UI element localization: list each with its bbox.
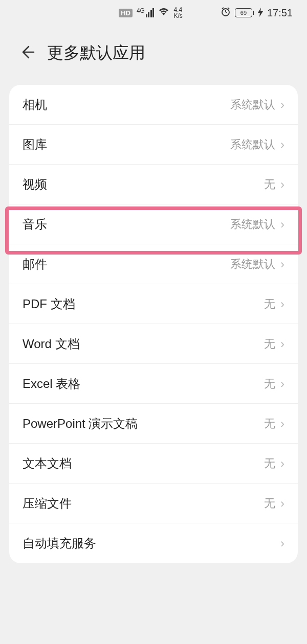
row-mail[interactable]: 邮件 系统默认 ›	[9, 244, 298, 284]
hd-badge: HD	[119, 9, 133, 17]
row-value: 系统默认	[230, 97, 275, 112]
chevron-right-icon: ›	[280, 417, 284, 431]
page-header: 更多默认应用	[0, 26, 307, 77]
row-powerpoint[interactable]: PowerPoint 演示文稿 无 ›	[9, 404, 298, 444]
row-value: 无	[264, 496, 275, 511]
row-value: 系统默认	[230, 137, 275, 152]
svg-line-3	[222, 8, 224, 9]
status-left: HD 4G 4.4K/s	[81, 7, 221, 19]
row-value: 无	[264, 376, 275, 392]
chevron-right-icon: ›	[280, 98, 284, 112]
settings-list: 相机 系统默认 › 图库 系统默认 › 视频 无 › 音乐 系统默认 › 邮件 …	[9, 85, 298, 563]
row-autofill[interactable]: 自动填充服务 ›	[9, 523, 298, 563]
network-type: 4G	[137, 8, 145, 13]
chevron-right-icon: ›	[280, 137, 284, 152]
row-text[interactable]: 文本文档 无 ›	[9, 444, 298, 484]
status-right: 69 17:51	[221, 7, 293, 19]
row-value: 无	[264, 177, 275, 192]
row-label: 音乐	[23, 216, 47, 233]
row-archive[interactable]: 压缩文件 无 ›	[9, 484, 298, 523]
signal-icon	[146, 8, 155, 17]
chevron-right-icon: ›	[280, 377, 284, 391]
row-label: 文本文档	[23, 455, 72, 472]
row-value: 系统默认	[230, 217, 275, 232]
chevron-right-icon: ›	[280, 496, 284, 511]
row-label: PowerPoint 演示文稿	[23, 416, 138, 432]
battery-icon: 69	[235, 8, 254, 17]
row-value: 无	[264, 416, 275, 431]
row-value: 系统默认	[230, 257, 275, 272]
row-label: 视频	[23, 176, 47, 193]
charging-icon	[258, 8, 263, 18]
row-label: 邮件	[23, 256, 47, 272]
network-speed: 4.4K/s	[173, 7, 182, 19]
clock-time: 17:51	[267, 7, 293, 19]
row-pdf[interactable]: PDF 文档 无 ›	[9, 284, 298, 324]
row-label: PDF 文档	[23, 296, 75, 312]
chevron-right-icon: ›	[280, 536, 284, 550]
row-music[interactable]: 音乐 系统默认 ›	[9, 204, 298, 244]
row-value: 无	[264, 336, 275, 352]
row-word[interactable]: Word 文档 无 ›	[9, 324, 298, 364]
chevron-right-icon: ›	[280, 217, 284, 232]
row-excel[interactable]: Excel 表格 无 ›	[9, 364, 298, 404]
wifi-icon	[158, 7, 169, 19]
page-title: 更多默认应用	[47, 42, 145, 64]
row-label: Excel 表格	[23, 376, 80, 392]
chevron-right-icon: ›	[280, 257, 284, 271]
row-label: 图库	[23, 136, 47, 153]
net-block: 4G	[137, 8, 155, 17]
row-label: Word 文档	[23, 336, 80, 352]
back-button[interactable]	[19, 44, 35, 62]
status-bar: HD 4G 4.4K/s 69 17:51	[0, 0, 307, 26]
row-label: 自动填充服务	[23, 535, 96, 551]
alarm-icon	[221, 7, 231, 19]
row-value: 无	[264, 296, 275, 312]
row-label: 相机	[23, 97, 47, 113]
row-value: 无	[264, 456, 275, 471]
row-video[interactable]: 视频 无 ›	[9, 165, 298, 204]
row-label: 压缩文件	[23, 495, 72, 512]
row-camera[interactable]: 相机 系统默认 ›	[9, 85, 298, 125]
chevron-right-icon: ›	[280, 297, 284, 311]
row-gallery[interactable]: 图库 系统默认 ›	[9, 125, 298, 165]
chevron-right-icon: ›	[280, 456, 284, 471]
chevron-right-icon: ›	[280, 177, 284, 192]
svg-line-4	[228, 8, 229, 9]
chevron-right-icon: ›	[280, 337, 284, 351]
